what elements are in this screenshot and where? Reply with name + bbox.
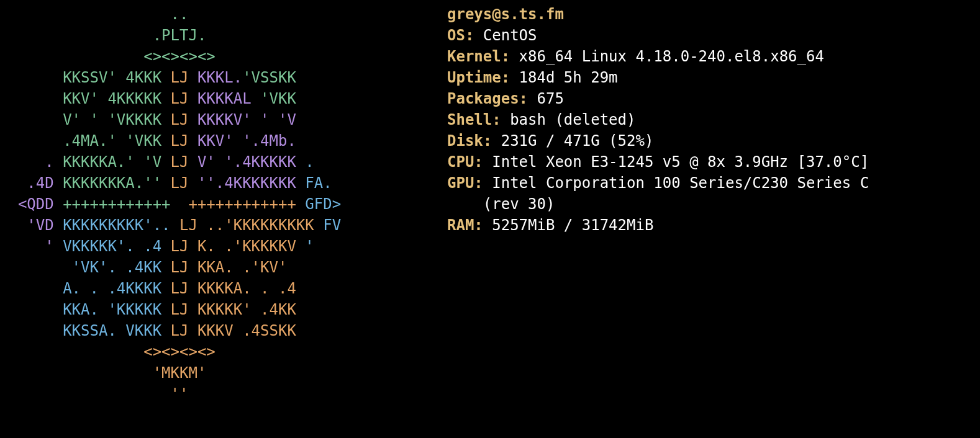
info-row: Packages: 675 [447, 88, 980, 109]
ascii-segment: LJ [171, 322, 197, 339]
info-label: OS: [447, 27, 474, 44]
info-row: Kernel: x86_64 Linux 4.18.0-240.el8.x86_… [447, 46, 980, 67]
ascii-segment: LJ [171, 259, 197, 276]
ascii-segment: K. .'KKKKKV [197, 238, 305, 255]
info-row: Disk: 231G / 471G (52%) [447, 130, 980, 151]
ascii-segment: 'VD [27, 217, 63, 234]
ascii-logo-line: KKA. 'KKKKK LJ KKKKK' .4KK [0, 299, 447, 320]
ascii-logo-line: V' ' 'VKKKK LJ KKKKV' ' 'V [0, 109, 447, 130]
ascii-segment: KKSSA. VKKK [63, 322, 170, 339]
ascii-segment: LJ [179, 217, 206, 234]
ascii-segment: KKKKV' ' 'V [197, 111, 296, 128]
info-value-continuation: (rev 30) [447, 195, 555, 213]
ascii-segment: KKA. 'KKKKK [63, 301, 170, 318]
ascii-logo-line: ' VKKKKK'. .4 LJ K. .'KKKKKV ' [0, 236, 447, 257]
ascii-segment: V' '.4KKKKK [197, 153, 305, 171]
ascii-logo-line: 'VD KKKKKKKKK'.. LJ ..'KKKKKKKKK FV [0, 215, 447, 236]
ascii-segment: LJ [171, 90, 197, 107]
info-label: Disk: [447, 132, 492, 150]
ascii-segment: KKV' 4KKKKK [63, 90, 170, 107]
ascii-segment: LJ [171, 174, 197, 192]
info-value: Intel Corporation 100 Series/C230 Series… [483, 174, 869, 192]
ascii-segment: KKKKKA.' 'V [63, 153, 170, 171]
ascii-segment: .4D [27, 174, 63, 192]
ascii-logo-line: '' [0, 383, 447, 404]
ascii-logo-line: .4MA.' 'VKK LJ KKV' '.4Mb. [0, 130, 447, 151]
ascii-segment: <QDD [18, 195, 63, 213]
info-label: Kernel: [447, 48, 510, 65]
ascii-segment: ' [45, 238, 63, 255]
ascii-segment: KKKL. [197, 69, 242, 86]
system-info-panel: greys@s.ts.fmOS: CentOSKernel: x86_64 Li… [447, 4, 980, 404]
ascii-segment: . [45, 153, 63, 171]
ascii-segment: KKKKA. . .4 [197, 280, 296, 297]
ascii-segment: ++++++++++++ [188, 195, 305, 213]
ascii-segment: KKA. .'KV' [197, 259, 288, 276]
ascii-segment: ' [305, 238, 314, 255]
ascii-segment: LJ [171, 132, 197, 150]
ascii-logo-line: . KKKKKA.' 'V LJ V' '.4KKKKK . [0, 151, 447, 172]
info-label: RAM: [447, 217, 483, 234]
info-value: bash (deleted) [501, 111, 636, 128]
ascii-segment: <><><><> [143, 343, 216, 360]
ascii-logo-line: KKV' 4KKKKK LJ KKKKAL 'VKK [0, 88, 447, 109]
ascii-segment: KKV' '.4Mb. [197, 132, 296, 150]
ascii-segment: KKKKKKKA.'' [63, 174, 170, 192]
info-row: Uptime: 184d 5h 29m [447, 67, 980, 88]
ascii-segment: LJ [171, 153, 197, 171]
ascii-segment: LJ [171, 111, 197, 128]
info-label: Uptime: [447, 69, 510, 86]
info-row: CPU: Intel Xeon E3-1245 v5 @ 8x 3.9GHz [… [447, 151, 980, 172]
ascii-segment: ++++++++++++ [63, 195, 188, 213]
ascii-segment: LJ [171, 69, 197, 86]
ascii-logo-line: <QDD ++++++++++++ ++++++++++++ GFD> [0, 194, 447, 215]
ascii-logo-line: <><><><> [0, 341, 447, 362]
ascii-segment: LJ [171, 238, 197, 255]
ascii-segment: 'MKKM' [153, 364, 207, 382]
user-at-host: greys@s.ts.fm [447, 6, 564, 23]
info-label: GPU: [447, 174, 483, 192]
info-value: Intel Xeon E3-1245 v5 @ 8x 3.9GHz [37.0°… [483, 153, 869, 171]
ascii-segment: KKKV .4SSKK [197, 322, 296, 339]
ascii-segment: KKSSV' 4KKK [63, 69, 170, 86]
ascii-segment: FA. [305, 174, 332, 192]
info-row: Shell: bash (deleted) [447, 109, 980, 130]
info-value: CentOS [474, 27, 537, 44]
ascii-segment: 'VK'. .4KK [72, 259, 171, 276]
ascii-segment: A. . .4KKKK [63, 280, 170, 297]
ascii-logo-line: <><><><> [0, 46, 447, 67]
ascii-segment: .4MA.' 'VKK [63, 132, 170, 150]
ascii-segment: FV [323, 217, 341, 234]
info-label: Packages: [447, 90, 528, 107]
ascii-segment: LJ [171, 301, 197, 318]
ascii-logo-line: 'MKKM' [0, 362, 447, 383]
info-value: x86_64 Linux 4.18.0-240.el8.x86_64 [510, 48, 824, 65]
ascii-segment: 'VKK [260, 90, 296, 107]
ascii-segment: KKKKKKKKK'.. [63, 217, 179, 234]
ascii-segment: VKKKKK'. .4 [63, 238, 170, 255]
info-value: 675 [528, 90, 564, 107]
ascii-logo-line: .4D KKKKKKKA.'' LJ ''.4KKKKKKK FA. [0, 172, 447, 194]
ascii-segment: 'VSSKK [242, 69, 296, 86]
ascii-segment: <><><><> [143, 48, 216, 65]
ascii-segment: .. [171, 6, 189, 23]
info-row: RAM: 5257MiB / 31742MiB [447, 215, 980, 236]
ascii-segment: KKKKAL [197, 90, 260, 107]
ascii-logo-line: A. . .4KKKK LJ KKKKA. . .4 [0, 278, 447, 299]
info-label: CPU: [447, 153, 483, 171]
ascii-logo-line: 'VK'. .4KK LJ KKA. .'KV' [0, 257, 447, 278]
info-label: Shell: [447, 111, 501, 128]
terminal-output: .. .PLTJ. <><><><> KKSSV' 4KKK LJ KKKL.'… [0, 0, 980, 404]
info-value: 184d 5h 29m [510, 69, 617, 86]
ascii-segment: KKKKK' .4KK [197, 301, 296, 318]
ascii-segment: '' [171, 385, 189, 403]
ascii-segment: V' ' 'VKKKK [63, 111, 170, 128]
ascii-segment: ''.4KKKKKKK [197, 174, 305, 192]
ascii-logo: .. .PLTJ. <><><><> KKSSV' 4KKK LJ KKKL.'… [0, 4, 447, 404]
ascii-logo-line: .. [0, 4, 447, 25]
ascii-logo-line: .PLTJ. [0, 25, 447, 46]
ascii-segment: GFD> [305, 195, 341, 213]
ascii-logo-line: KKSSA. VKKK LJ KKKV .4SSKK [0, 320, 447, 341]
info-value: 5257MiB / 31742MiB [483, 217, 654, 234]
ascii-segment: ..'KKKKKKKKK [206, 217, 323, 234]
